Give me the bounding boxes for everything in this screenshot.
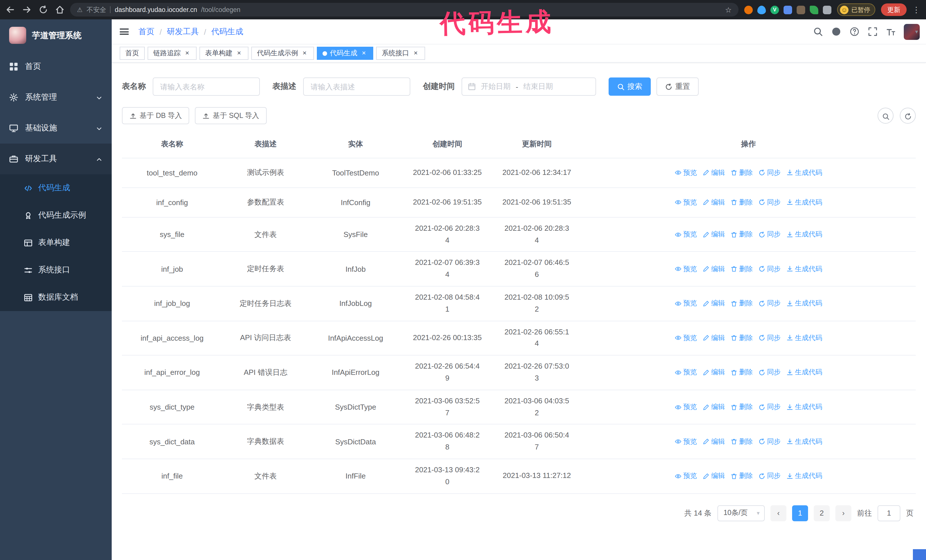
sync-link[interactable]: 同步	[758, 299, 781, 308]
date-range-picker[interactable]: 开始日期 - 结束日期	[461, 77, 596, 96]
forward-icon[interactable]	[22, 5, 31, 14]
breadcrumb-item[interactable]: 首页	[138, 27, 154, 37]
edit-link[interactable]: 编辑	[703, 471, 725, 481]
sidebar-subitem[interactable]: 代码生成示例	[0, 202, 112, 229]
edit-link[interactable]: 编辑	[703, 264, 725, 274]
sidebar-item[interactable]: 研发工具	[0, 143, 112, 174]
page-button-1[interactable]: 1	[792, 505, 808, 521]
sync-link[interactable]: 同步	[758, 368, 781, 377]
tab-tag[interactable]: 链路追踪×	[148, 47, 197, 60]
preview-link[interactable]: 预览	[675, 333, 697, 343]
home-icon[interactable]	[55, 5, 64, 14]
update-button[interactable]: 更新	[881, 3, 906, 16]
sync-link[interactable]: 同步	[758, 264, 781, 274]
sidebar-subitem[interactable]: 表单构建	[0, 229, 112, 257]
tag-close-icon[interactable]: ×	[412, 50, 419, 57]
tag-close-icon[interactable]: ×	[301, 50, 308, 57]
breadcrumb-item[interactable]: 研发工具	[167, 27, 199, 37]
preview-link[interactable]: 预览	[675, 229, 697, 239]
delete-link[interactable]: 删除	[731, 229, 753, 239]
droplet-icon[interactable]	[757, 5, 766, 14]
preview-link[interactable]: 预览	[675, 471, 697, 481]
sidebar-subitem[interactable]: 系统接口	[0, 257, 112, 284]
edit-link[interactable]: 编辑	[703, 402, 725, 412]
delete-link[interactable]: 删除	[731, 333, 753, 343]
tab-tag[interactable]: 代码生成×	[317, 47, 373, 60]
users-icon[interactable]	[784, 5, 792, 14]
page-size-select[interactable]: 10条/页 ▾	[717, 505, 765, 521]
vpn-icon[interactable]: V	[770, 5, 779, 14]
delete-link[interactable]: 删除	[731, 368, 753, 377]
preview-link[interactable]: 预览	[675, 402, 697, 412]
reset-button[interactable]: 重置	[657, 77, 699, 96]
table-name-input[interactable]	[153, 77, 260, 96]
goto-page-input[interactable]	[878, 505, 900, 521]
leaf-icon[interactable]	[810, 5, 818, 14]
fox-icon[interactable]	[744, 5, 753, 14]
edit-link[interactable]: 编辑	[703, 333, 725, 343]
generate-code-link[interactable]: 生成代码	[787, 198, 822, 207]
preview-link[interactable]: 预览	[675, 264, 697, 274]
back-icon[interactable]	[6, 5, 15, 14]
hamburger-icon[interactable]	[120, 27, 129, 36]
import-sql-button[interactable]: 基于 SQL 导入	[195, 107, 267, 124]
sync-link[interactable]: 同步	[758, 471, 781, 481]
preview-link[interactable]: 预览	[675, 437, 697, 446]
sidebar-item[interactable]: 系统管理	[0, 82, 112, 113]
paused-badge[interactable]: ☺ 已暂停	[837, 3, 875, 16]
edit-link[interactable]: 编辑	[703, 168, 725, 178]
generate-code-link[interactable]: 生成代码	[787, 437, 822, 446]
refresh-icon[interactable]	[39, 5, 48, 14]
sync-link[interactable]: 同步	[758, 333, 781, 343]
delete-link[interactable]: 删除	[731, 402, 753, 412]
edit-link[interactable]: 编辑	[703, 368, 725, 377]
sync-link[interactable]: 同步	[758, 402, 781, 412]
tab-tag[interactable]: 表单构建×	[200, 47, 248, 60]
preview-link[interactable]: 预览	[675, 198, 697, 207]
delete-link[interactable]: 删除	[731, 198, 753, 207]
tag-close-icon[interactable]: ×	[360, 50, 368, 57]
edit-link[interactable]: 编辑	[703, 299, 725, 308]
help-icon[interactable]	[850, 27, 859, 36]
tab-tag[interactable]: 系统接口×	[376, 47, 425, 60]
tag-close-icon[interactable]: ×	[235, 50, 243, 57]
puzzle-icon[interactable]	[823, 5, 831, 14]
sync-link[interactable]: 同步	[758, 168, 781, 178]
browser-menu-kebab-icon[interactable]: ⋮	[912, 5, 920, 14]
refresh-table-button[interactable]	[900, 108, 916, 124]
delete-link[interactable]: 删除	[731, 471, 753, 481]
preview-link[interactable]: 预览	[675, 368, 697, 377]
bookmark-star-icon[interactable]: ☆	[725, 5, 732, 14]
delete-link[interactable]: 删除	[731, 168, 753, 178]
prev-page-button[interactable]: ‹	[770, 505, 787, 521]
user-menu-caret-icon[interactable]: ▾	[915, 29, 918, 35]
generate-code-link[interactable]: 生成代码	[787, 402, 822, 412]
delete-link[interactable]: 删除	[731, 264, 753, 274]
tab-tag[interactable]: 首页	[120, 47, 145, 60]
edit-link[interactable]: 编辑	[703, 437, 725, 446]
font-size-icon[interactable]	[886, 27, 896, 36]
generate-code-link[interactable]: 生成代码	[787, 229, 822, 239]
generate-code-link[interactable]: 生成代码	[787, 368, 822, 377]
table-desc-input[interactable]	[303, 77, 410, 96]
delete-link[interactable]: 删除	[731, 437, 753, 446]
next-page-button[interactable]: ›	[835, 505, 851, 521]
preview-link[interactable]: 预览	[675, 299, 697, 308]
tag-close-icon[interactable]: ×	[183, 50, 191, 57]
screen-icon[interactable]	[797, 5, 805, 14]
generate-code-link[interactable]: 生成代码	[787, 264, 822, 274]
sidebar-subitem[interactable]: 代码生成	[0, 174, 112, 202]
sync-link[interactable]: 同步	[758, 198, 781, 207]
preview-link[interactable]: 预览	[675, 168, 697, 178]
sidebar-subitem[interactable]: 数据库文档	[0, 284, 112, 311]
edit-link[interactable]: 编辑	[703, 198, 725, 207]
generate-code-link[interactable]: 生成代码	[787, 299, 822, 308]
toggle-search-button[interactable]	[878, 108, 894, 124]
import-db-button[interactable]: 基于 DB 导入	[122, 107, 189, 124]
address-bar[interactable]: ⚠ 不安全 dashboard.yudao.iocoder.cn/tool/co…	[70, 3, 738, 17]
tab-tag[interactable]: 代码生成示例×	[251, 47, 314, 60]
search-icon[interactable]	[813, 27, 823, 36]
edit-link[interactable]: 编辑	[703, 229, 725, 239]
corner-widget[interactable]	[913, 549, 926, 560]
generate-code-link[interactable]: 生成代码	[787, 168, 822, 178]
